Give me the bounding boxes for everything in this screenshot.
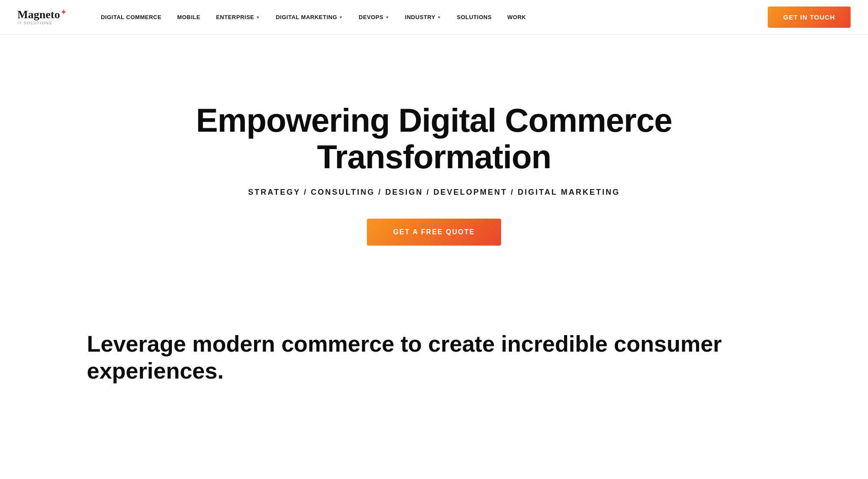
nav-item-devops[interactable]: DEVOPS ▼: [351, 0, 397, 35]
nav-link-industry[interactable]: INDUSTRY ▼: [397, 0, 449, 35]
nav-item-digital-commerce[interactable]: DIGITAL COMMERCE: [93, 0, 169, 35]
nav-links: DIGITAL COMMERCE MOBILE ENTERPRISE ▼ DIG…: [93, 0, 768, 35]
bottom-section: Leverage modern commerce to create incre…: [0, 296, 868, 411]
chevron-down-icon: ▼: [256, 15, 260, 20]
logo[interactable]: Magneto ✦ IT SOLUTIONS: [17, 9, 67, 25]
logo-bird-icon: ✦: [60, 8, 67, 16]
chevron-down-icon: ▼: [339, 15, 343, 20]
nav-link-solutions[interactable]: SOLUTIONS: [449, 0, 499, 35]
chevron-down-icon: ▼: [385, 15, 389, 20]
nav-link-enterprise[interactable]: ENTERPRISE ▼: [208, 0, 268, 35]
logo-text: Magneto: [17, 9, 60, 20]
nav-item-solutions[interactable]: SOLUTIONS: [449, 0, 499, 35]
nav-link-digital-marketing[interactable]: DIGITAL MARKETING ▼: [268, 0, 351, 35]
nav-item-digital-marketing[interactable]: DIGITAL MARKETING ▼: [268, 0, 351, 35]
get-in-touch-button[interactable]: GET IN TOUCH: [768, 7, 851, 28]
navbar: Magneto ✦ IT SOLUTIONS DIGITAL COMMERCE …: [0, 0, 868, 35]
nav-item-industry[interactable]: INDUSTRY ▼: [397, 0, 449, 35]
hero-subtitle: STRATEGY / CONSULTING / DESIGN / DEVELOP…: [248, 188, 620, 197]
nav-link-mobile[interactable]: MOBILE: [169, 0, 208, 35]
nav-item-enterprise[interactable]: ENTERPRISE ▼: [208, 0, 268, 35]
hero-section: Empowering Digital Commerce Transformati…: [0, 35, 868, 296]
nav-item-mobile[interactable]: MOBILE: [169, 0, 208, 35]
nav-link-devops[interactable]: DEVOPS ▼: [351, 0, 397, 35]
get-free-quote-button[interactable]: GET A FREE QUOTE: [367, 219, 501, 246]
chevron-down-icon: ▼: [437, 15, 441, 20]
bottom-title: Leverage modern commerce to create incre…: [87, 330, 781, 385]
hero-title: Empowering Digital Commerce Transformati…: [130, 102, 738, 175]
nav-link-digital-commerce[interactable]: DIGITAL COMMERCE: [93, 0, 169, 35]
nav-item-work[interactable]: WORK: [499, 0, 534, 35]
logo-tagline: IT SOLUTIONS: [17, 21, 67, 25]
nav-link-work[interactable]: WORK: [499, 0, 534, 35]
